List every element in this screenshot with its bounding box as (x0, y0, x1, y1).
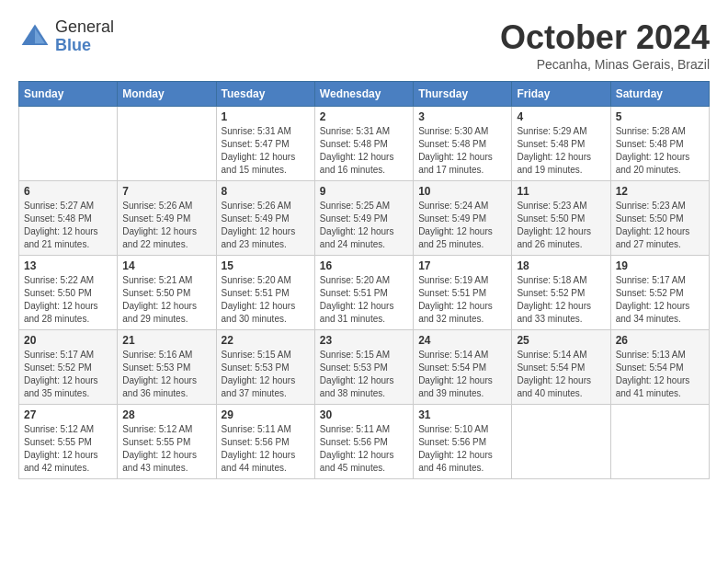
table-row: 18Sunrise: 5:18 AM Sunset: 5:52 PM Dayli… (512, 256, 610, 330)
table-row (512, 405, 610, 479)
day-info: Sunrise: 5:23 AM Sunset: 5:50 PM Dayligh… (616, 200, 704, 251)
table-row (118, 107, 216, 181)
day-number: 20 (24, 334, 112, 347)
header-saturday: Saturday (610, 82, 709, 107)
table-row: 20Sunrise: 5:17 AM Sunset: 5:52 PM Dayli… (19, 330, 118, 405)
table-row: 9Sunrise: 5:25 AM Sunset: 5:49 PM Daylig… (314, 181, 413, 256)
day-number: 14 (122, 259, 210, 272)
day-info: Sunrise: 5:11 AM Sunset: 5:56 PM Dayligh… (222, 423, 310, 475)
header-wednesday: Wednesday (314, 82, 413, 107)
day-number: 30 (320, 408, 408, 421)
day-info: Sunrise: 5:14 AM Sunset: 5:54 PM Dayligh… (517, 349, 605, 400)
day-info: Sunrise: 5:15 AM Sunset: 5:53 PM Dayligh… (222, 349, 310, 400)
day-number: 18 (517, 259, 605, 272)
table-row: 3Sunrise: 5:30 AM Sunset: 5:48 PM Daylig… (414, 107, 512, 181)
header-tuesday: Tuesday (216, 82, 314, 107)
day-info: Sunrise: 5:26 AM Sunset: 5:49 PM Dayligh… (122, 200, 210, 251)
table-row: 22Sunrise: 5:15 AM Sunset: 5:53 PM Dayli… (216, 330, 314, 405)
day-number: 26 (616, 334, 704, 347)
day-number: 16 (320, 259, 408, 272)
day-number: 11 (517, 185, 605, 198)
day-info: Sunrise: 5:11 AM Sunset: 5:56 PM Dayligh… (320, 423, 408, 475)
table-row: 29Sunrise: 5:11 AM Sunset: 5:56 PM Dayli… (216, 405, 314, 479)
calendar-week-row: 20Sunrise: 5:17 AM Sunset: 5:52 PM Dayli… (19, 330, 710, 405)
day-number: 29 (222, 408, 310, 421)
day-info: Sunrise: 5:24 AM Sunset: 5:49 PM Dayligh… (418, 200, 506, 251)
table-row: 8Sunrise: 5:26 AM Sunset: 5:49 PM Daylig… (216, 181, 314, 256)
header-monday: Monday (118, 82, 216, 107)
day-info: Sunrise: 5:28 AM Sunset: 5:48 PM Dayligh… (616, 125, 704, 177)
day-info: Sunrise: 5:17 AM Sunset: 5:52 PM Dayligh… (24, 349, 112, 400)
day-number: 7 (122, 185, 210, 198)
table-row: 28Sunrise: 5:12 AM Sunset: 5:55 PM Dayli… (118, 405, 216, 479)
day-info: Sunrise: 5:20 AM Sunset: 5:51 PM Dayligh… (222, 274, 310, 326)
day-info: Sunrise: 5:12 AM Sunset: 5:55 PM Dayligh… (24, 423, 112, 475)
day-info: Sunrise: 5:20 AM Sunset: 5:51 PM Dayligh… (320, 274, 408, 326)
day-info: Sunrise: 5:16 AM Sunset: 5:53 PM Dayligh… (122, 349, 210, 400)
day-info: Sunrise: 5:15 AM Sunset: 5:53 PM Dayligh… (320, 349, 408, 400)
calendar-week-row: 6Sunrise: 5:27 AM Sunset: 5:48 PM Daylig… (19, 181, 710, 256)
day-info: Sunrise: 5:30 AM Sunset: 5:48 PM Dayligh… (418, 125, 506, 177)
day-number: 13 (24, 259, 112, 272)
table-row (610, 405, 709, 479)
day-info: Sunrise: 5:25 AM Sunset: 5:49 PM Dayligh… (320, 200, 408, 251)
month-title: October 2024 (500, 18, 710, 57)
day-info: Sunrise: 5:31 AM Sunset: 5:47 PM Dayligh… (222, 125, 310, 177)
calendar-week-row: 13Sunrise: 5:22 AM Sunset: 5:50 PM Dayli… (19, 256, 710, 330)
table-row: 11Sunrise: 5:23 AM Sunset: 5:50 PM Dayli… (512, 181, 610, 256)
day-info: Sunrise: 5:12 AM Sunset: 5:55 PM Dayligh… (122, 423, 210, 475)
table-row: 30Sunrise: 5:11 AM Sunset: 5:56 PM Dayli… (314, 405, 413, 479)
day-info: Sunrise: 5:22 AM Sunset: 5:50 PM Dayligh… (24, 274, 112, 326)
table-row: 21Sunrise: 5:16 AM Sunset: 5:53 PM Dayli… (118, 330, 216, 405)
table-row: 7Sunrise: 5:26 AM Sunset: 5:49 PM Daylig… (118, 181, 216, 256)
day-number: 1 (222, 110, 310, 123)
table-row: 15Sunrise: 5:20 AM Sunset: 5:51 PM Dayli… (216, 256, 314, 330)
table-row: 12Sunrise: 5:23 AM Sunset: 5:50 PM Dayli… (610, 181, 709, 256)
header-thursday: Thursday (414, 82, 512, 107)
table-row: 1Sunrise: 5:31 AM Sunset: 5:47 PM Daylig… (216, 107, 314, 181)
title-block: October 2024 Pecanha, Minas Gerais, Braz… (500, 18, 710, 72)
location: Pecanha, Minas Gerais, Brazil (500, 57, 710, 72)
calendar-week-row: 27Sunrise: 5:12 AM Sunset: 5:55 PM Dayli… (19, 405, 710, 479)
table-row: 26Sunrise: 5:13 AM Sunset: 5:54 PM Dayli… (610, 330, 709, 405)
day-number: 9 (320, 185, 408, 198)
day-number: 3 (418, 110, 506, 123)
day-info: Sunrise: 5:14 AM Sunset: 5:54 PM Dayligh… (418, 349, 506, 400)
day-number: 15 (222, 259, 310, 272)
day-number: 10 (418, 185, 506, 198)
table-row: 13Sunrise: 5:22 AM Sunset: 5:50 PM Dayli… (19, 256, 118, 330)
day-info: Sunrise: 5:17 AM Sunset: 5:52 PM Dayligh… (616, 274, 704, 326)
header-sunday: Sunday (19, 82, 118, 107)
table-row: 24Sunrise: 5:14 AM Sunset: 5:54 PM Dayli… (414, 330, 512, 405)
day-info: Sunrise: 5:29 AM Sunset: 5:48 PM Dayligh… (517, 125, 605, 177)
table-row: 4Sunrise: 5:29 AM Sunset: 5:48 PM Daylig… (512, 107, 610, 181)
day-number: 4 (517, 110, 605, 123)
day-info: Sunrise: 5:21 AM Sunset: 5:50 PM Dayligh… (122, 274, 210, 326)
day-number: 31 (418, 408, 506, 421)
day-number: 27 (24, 408, 112, 421)
day-info: Sunrise: 5:23 AM Sunset: 5:50 PM Dayligh… (517, 200, 605, 251)
day-info: Sunrise: 5:31 AM Sunset: 5:48 PM Dayligh… (320, 125, 408, 177)
table-row: 17Sunrise: 5:19 AM Sunset: 5:51 PM Dayli… (414, 256, 512, 330)
day-number: 25 (517, 334, 605, 347)
day-number: 17 (418, 259, 506, 272)
table-row: 5Sunrise: 5:28 AM Sunset: 5:48 PM Daylig… (610, 107, 709, 181)
day-info: Sunrise: 5:19 AM Sunset: 5:51 PM Dayligh… (418, 274, 506, 326)
table-row: 31Sunrise: 5:10 AM Sunset: 5:56 PM Dayli… (414, 405, 512, 479)
day-number: 5 (616, 110, 704, 123)
day-number: 8 (222, 185, 310, 198)
logo: General Blue (18, 18, 114, 55)
table-row: 10Sunrise: 5:24 AM Sunset: 5:49 PM Dayli… (414, 181, 512, 256)
table-row (19, 107, 118, 181)
table-row: 19Sunrise: 5:17 AM Sunset: 5:52 PM Dayli… (610, 256, 709, 330)
day-info: Sunrise: 5:27 AM Sunset: 5:48 PM Dayligh… (24, 200, 112, 251)
table-row: 14Sunrise: 5:21 AM Sunset: 5:50 PM Dayli… (118, 256, 216, 330)
table-row: 6Sunrise: 5:27 AM Sunset: 5:48 PM Daylig… (19, 181, 118, 256)
day-number: 28 (122, 408, 210, 421)
logo-text: General Blue (55, 18, 114, 55)
weekday-header-row: Sunday Monday Tuesday Wednesday Thursday… (19, 82, 710, 107)
logo-icon (18, 20, 51, 53)
page-header: General Blue October 2024 Pecanha, Minas… (18, 18, 710, 72)
day-number: 22 (222, 334, 310, 347)
table-row: 25Sunrise: 5:14 AM Sunset: 5:54 PM Dayli… (512, 330, 610, 405)
